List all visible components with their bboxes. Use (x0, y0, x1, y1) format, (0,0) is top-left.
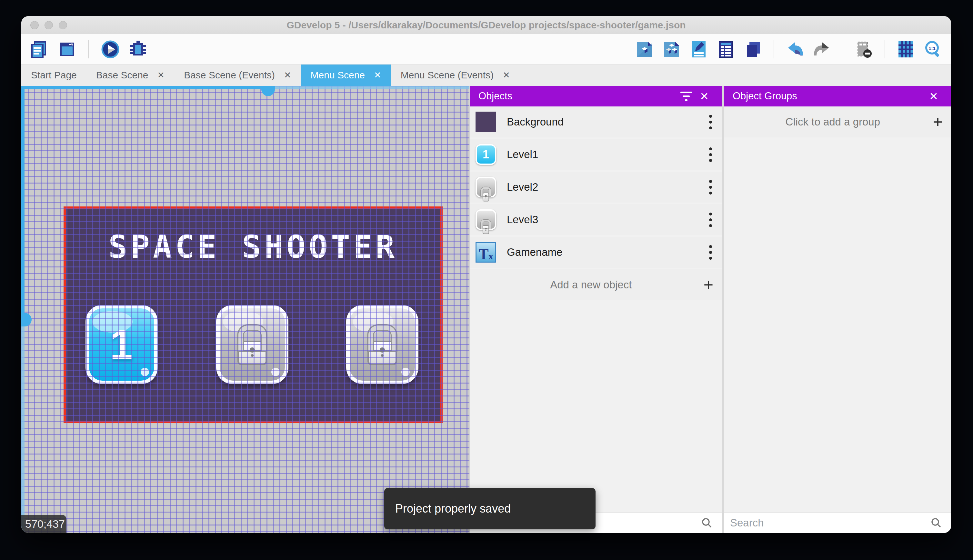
project-manager-icon[interactable] (30, 40, 49, 59)
scene-editor-canvas[interactable]: SPACE SHOOTER 1 (21, 86, 470, 533)
scene-background-instance[interactable]: SPACE SHOOTER 1 (63, 207, 443, 423)
level1-button-icon: 1 (475, 144, 496, 165)
tab-close-icon[interactable]: ✕ (374, 70, 382, 80)
add-group-button[interactable]: Click to add a group + (724, 107, 951, 137)
tab-label: Base Scene (Events) (184, 70, 275, 81)
lock-icon (237, 341, 267, 365)
horizontal-scrollbar-thumb[interactable] (261, 86, 275, 96)
properties-icon[interactable] (689, 40, 708, 59)
add-new-object-button[interactable]: Add a new object + (470, 269, 722, 300)
vertical-scrollbar-thumb[interactable] (21, 313, 32, 327)
object-groups-list: Click to add a group + (724, 107, 951, 512)
vertical-scrollbar-track (21, 86, 25, 319)
filter-icon[interactable] (677, 87, 695, 105)
object-row-level3[interactable]: Level3 (470, 204, 722, 235)
plus-icon[interactable]: + (704, 277, 713, 293)
scene-title-text: SPACE SHOOTER (66, 228, 440, 265)
zoom-1-1-icon[interactable]: 1:1 (923, 40, 943, 59)
tab-start-page[interactable]: Start Page (21, 65, 87, 86)
objects-panel-title: Objects (478, 90, 512, 102)
object-name: Level1 (507, 148, 706, 161)
object-groups-panel-title: Object Groups (733, 90, 797, 102)
instances-list-icon[interactable] (716, 40, 736, 59)
debug-icon[interactable] (128, 40, 148, 59)
close-icon[interactable]: ✕ (925, 87, 943, 105)
add-new-object-label: Add a new object (478, 279, 704, 291)
object-groups-search-bar (724, 512, 951, 533)
level3-button-instance[interactable] (346, 305, 418, 384)
panel-divider[interactable] (722, 86, 724, 533)
plus-icon[interactable]: + (933, 113, 943, 130)
tab-close-icon[interactable]: ✕ (157, 70, 165, 80)
tab-label: Menu Scene (311, 70, 365, 81)
search-icon[interactable] (698, 514, 716, 532)
object-menu-kebab-icon[interactable] (706, 210, 715, 230)
play-icon[interactable] (101, 40, 120, 59)
layers-icon[interactable] (743, 40, 763, 59)
toolbar-left (30, 40, 148, 59)
object-name: Level2 (507, 181, 706, 193)
svg-text:1:1: 1:1 (928, 45, 936, 51)
toolbar-divider (843, 40, 843, 58)
close-icon[interactable]: ✕ (695, 87, 713, 105)
object-groups-search-input[interactable] (730, 517, 927, 529)
locked-button-icon (475, 177, 496, 198)
object-groups-panel: Object Groups ✕ Click to add a group + (724, 86, 951, 533)
object-groups-icon[interactable] (662, 40, 681, 59)
snackbar-message: Project properly saved (395, 502, 511, 515)
tab-base-scene[interactable]: Base Scene ✕ (87, 65, 174, 86)
tab-close-icon[interactable]: ✕ (503, 70, 510, 80)
object-name: Background (507, 116, 706, 128)
objects-list: Background 1 Level1 Level2 (470, 107, 722, 512)
toolbar-right: 1:1 (635, 40, 943, 59)
object-name: Level3 (507, 213, 706, 226)
toolbar-divider (885, 40, 885, 58)
horizontal-scrollbar[interactable] (21, 86, 470, 89)
objects-panel-header: Objects ✕ (470, 86, 722, 107)
undo-icon[interactable] (785, 40, 805, 59)
object-groups-panel-header: Object Groups ✕ (724, 86, 951, 107)
cursor-coordinates-badge: 570;437 (21, 515, 67, 533)
tab-close-icon[interactable]: ✕ (284, 70, 291, 80)
locked-button-icon (475, 209, 496, 230)
tab-label: Base Scene (96, 70, 148, 81)
background-sprite-icon (475, 111, 496, 133)
vertical-scrollbar[interactable] (21, 86, 25, 533)
tab-menu-scene-events[interactable]: Menu Scene (Events) ✕ (391, 65, 520, 86)
titlebar: GDevelop 5 - /Users/dkarakay/Documents/G… (21, 16, 951, 34)
object-row-level2[interactable]: Level2 (470, 172, 722, 203)
search-icon[interactable] (927, 514, 945, 532)
mask-icon[interactable] (854, 40, 874, 59)
add-group-label: Click to add a group (733, 116, 933, 128)
text-object-icon: Tx (475, 242, 496, 263)
redo-icon[interactable] (812, 40, 832, 59)
lock-icon (367, 341, 397, 365)
grid-icon[interactable] (896, 40, 916, 59)
tab-bar: Start Page Base Scene ✕ Base Scene (Even… (21, 65, 951, 86)
tab-menu-scene[interactable]: Menu Scene ✕ (301, 65, 391, 86)
toolbar-divider (88, 40, 89, 58)
tab-base-scene-events[interactable]: Base Scene (Events) ✕ (174, 65, 301, 86)
object-row-level1[interactable]: 1 Level1 (470, 139, 722, 170)
objects-panel: Objects ✕ Background (470, 86, 722, 533)
object-name: Gamename (507, 246, 706, 258)
tab-label: Menu Scene (Events) (401, 70, 493, 81)
level1-button-instance[interactable]: 1 (85, 305, 158, 384)
scene-window-icon[interactable] (57, 40, 77, 59)
objects-editor-icon[interactable] (635, 40, 654, 59)
toolbar-divider (774, 40, 774, 58)
tab-label: Start Page (31, 70, 77, 81)
screen: GDevelop 5 - /Users/dkarakay/Documents/G… (0, 0, 973, 560)
level2-button-instance[interactable] (216, 305, 288, 384)
object-menu-kebab-icon[interactable] (706, 177, 715, 197)
object-row-background[interactable]: Background (470, 107, 722, 137)
object-menu-kebab-icon[interactable] (706, 243, 715, 262)
object-row-gamename[interactable]: Tx Gamename (470, 237, 722, 268)
horizontal-scrollbar-track (21, 86, 268, 89)
object-menu-kebab-icon[interactable] (706, 145, 715, 165)
toolbar: 1:1 (21, 34, 951, 65)
snackbar-toast: Project properly saved (384, 488, 596, 529)
window-title: GDevelop 5 - /Users/dkarakay/Documents/G… (21, 16, 951, 34)
main-content: SPACE SHOOTER 1 (21, 86, 951, 533)
object-menu-kebab-icon[interactable] (706, 112, 715, 132)
